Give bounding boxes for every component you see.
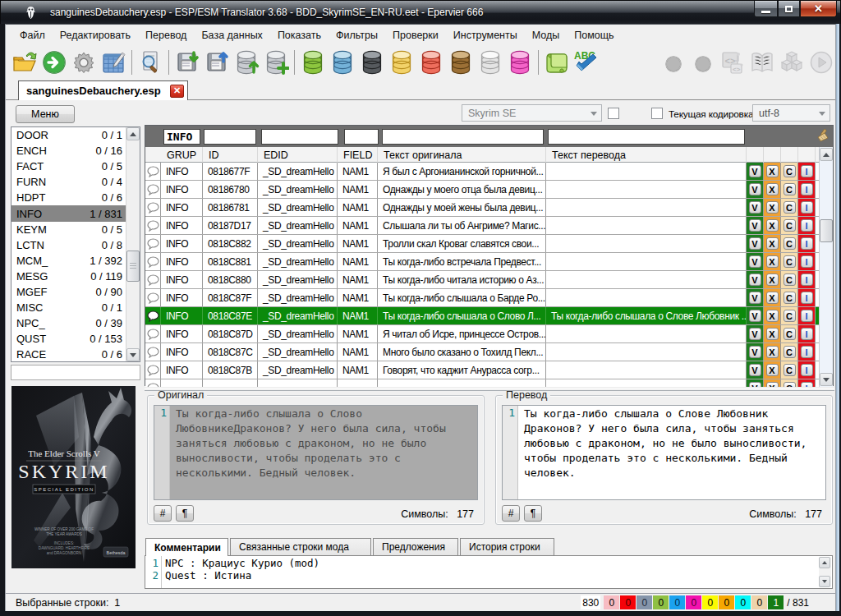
bottom-tab-0[interactable]: Комментарии [145, 538, 228, 556]
group-filter-input[interactable] [11, 365, 140, 380]
group-row-door[interactable]: DOOR0 / 1 [11, 127, 126, 143]
search-document-icon[interactable] [137, 49, 163, 76]
filter-input-original[interactable] [382, 129, 544, 145]
script-scroll-icon[interactable] [544, 49, 570, 76]
row-button-v[interactable]: V [749, 183, 761, 195]
group-row-qust[interactable]: QUST0 / 153 [11, 331, 126, 347]
table-scroll-down[interactable] [820, 373, 833, 386]
spellcheck-abc-icon[interactable]: ABC [573, 49, 600, 76]
filter-input-grup[interactable]: INFO [163, 129, 200, 145]
table-row-0818C87B[interactable]: INFO0818C87B_SD_dreamHelloNAM1Говорят, ч… [145, 361, 819, 379]
row-button-v[interactable]: V [749, 255, 761, 268]
row-button-i[interactable]: I [801, 328, 813, 340]
table-scroll-thumb[interactable] [820, 219, 833, 242]
menu-item-0[interactable]: Файл [12, 26, 53, 44]
table-row-0818C87F[interactable]: INFO0818C87F_SD_dreamHelloNAM1Ты когда-л… [145, 289, 819, 307]
scroll-thumb[interactable] [126, 251, 140, 282]
menu-item-3[interactable]: База данных [194, 26, 269, 44]
row-button-x[interactable]: X [766, 382, 779, 387]
db-blue-icon[interactable] [329, 49, 356, 76]
current-encoding-checkbox[interactable] [651, 108, 663, 119]
status-led-2-icon[interactable] [690, 49, 716, 76]
row-button-x[interactable]: X [766, 292, 779, 304]
filter-input-field[interactable] [344, 129, 379, 145]
menu-item-5[interactable]: Фильтры [329, 26, 385, 44]
row-button-i[interactable]: I [801, 201, 813, 214]
row-button-c[interactable]: C [784, 364, 796, 376]
row-button-c[interactable]: C [784, 310, 796, 322]
row-button-x[interactable]: X [766, 310, 779, 322]
hash-button[interactable]: # [154, 505, 172, 522]
table-row-partial[interactable]: VXCI [145, 379, 819, 387]
row-button-x[interactable]: X [766, 255, 779, 268]
status-led-1-icon[interactable] [660, 49, 687, 76]
pilcrow-button[interactable]: ¶ [176, 505, 194, 522]
db-red-icon[interactable] [418, 49, 444, 76]
row-button-v[interactable]: V [749, 328, 761, 340]
row-button-i[interactable]: I [801, 364, 813, 376]
db-white-icon[interactable] [477, 49, 503, 76]
table-row-0818C87C[interactable]: INFO0818C87C_SD_dreamHelloNAM1Много было… [145, 343, 819, 361]
pilcrow-button[interactable]: ¶ [524, 505, 542, 522]
filter-input-edid[interactable] [261, 129, 338, 145]
row-button-c[interactable]: C [784, 255, 796, 268]
table-row-08187D17[interactable]: INFO08187D17_SD_dreamHelloNAM1Слышала ли… [145, 217, 819, 235]
group-row-mgef[interactable]: MGEF0 / 90 [11, 284, 126, 300]
db-brown-icon[interactable] [448, 49, 474, 76]
row-button-i[interactable]: I [801, 382, 813, 387]
encoding-combo[interactable]: utf-8 [752, 104, 830, 122]
game-select-combo[interactable]: Skyrim SE [462, 104, 602, 122]
group-row-ench[interactable]: ENCH0 / 16 [11, 143, 126, 159]
row-button-x[interactable]: X [766, 346, 779, 358]
row-button-c[interactable]: C [784, 219, 796, 232]
table-scroll-up[interactable] [820, 148, 833, 161]
row-button-v[interactable]: V [749, 219, 761, 232]
row-button-c[interactable]: C [784, 274, 796, 286]
row-button-x[interactable]: X [766, 219, 779, 232]
group-row-misc[interactable]: MISC0 / 1 [11, 300, 126, 315]
row-button-x[interactable]: X [766, 165, 779, 177]
row-button-c[interactable]: C [784, 237, 796, 250]
maximize-button[interactable] [778, 1, 800, 17]
close-button[interactable]: ✕ [800, 1, 837, 17]
row-button-x[interactable]: X [766, 201, 779, 214]
column-header-grup[interactable]: GRUP [161, 147, 203, 163]
group-row-mcm_[interactable]: MCM_1 / 392 [11, 253, 126, 269]
edit-grid-icon[interactable] [100, 49, 126, 76]
comments-scrollbar[interactable] [819, 557, 831, 587]
open-file-icon[interactable] [11, 49, 38, 76]
row-button-i[interactable]: I [801, 255, 813, 268]
group-row-lctn[interactable]: LCTN0 / 8 [11, 237, 126, 253]
group-row-keym[interactable]: KEYM0 / 5 [11, 222, 126, 237]
scroll-up-button[interactable] [126, 127, 140, 140]
db-black-icon[interactable] [359, 49, 385, 76]
filter-input-id[interactable] [204, 129, 256, 145]
row-button-i[interactable]: I [801, 165, 813, 177]
group-row-furn[interactable]: FURN0 / 4 [11, 174, 126, 190]
row-button-i[interactable]: I [801, 219, 813, 232]
comments-scroll-up[interactable] [819, 557, 830, 568]
row-button-c[interactable]: C [784, 292, 796, 304]
row-button-v[interactable]: V [749, 274, 761, 286]
menu-button[interactable]: Меню [16, 105, 75, 123]
row-button-c[interactable]: C [784, 201, 796, 214]
menu-item-2[interactable]: Перевод [138, 26, 194, 44]
comments-scroll-down[interactable] [819, 576, 830, 587]
filter-input-translation[interactable] [548, 129, 745, 145]
db-green-icon[interactable] [300, 49, 326, 76]
db-upload-icon[interactable] [233, 49, 260, 76]
scroll-down-button[interactable] [126, 348, 140, 361]
row-button-i[interactable]: I [801, 274, 813, 286]
bottom-tab-2[interactable]: Предложения [373, 538, 458, 555]
db-add-icon[interactable] [263, 49, 289, 76]
row-button-v[interactable]: V [749, 310, 761, 322]
row-button-v[interactable]: V [749, 237, 761, 250]
menu-item-7[interactable]: Инструменты [446, 26, 525, 44]
row-button-c[interactable]: C [784, 183, 796, 195]
row-button-i[interactable]: I [801, 237, 813, 250]
tab-close-button[interactable]: ✕ [170, 85, 184, 98]
group-row-fact[interactable]: FACT0 / 5 [11, 159, 126, 174]
table-row-0818C881[interactable]: INFO0818C881_SD_dreamHelloNAM1Ты когда-л… [145, 253, 819, 271]
row-button-x[interactable]: X [766, 274, 779, 286]
settings-gear-icon[interactable] [71, 49, 97, 76]
